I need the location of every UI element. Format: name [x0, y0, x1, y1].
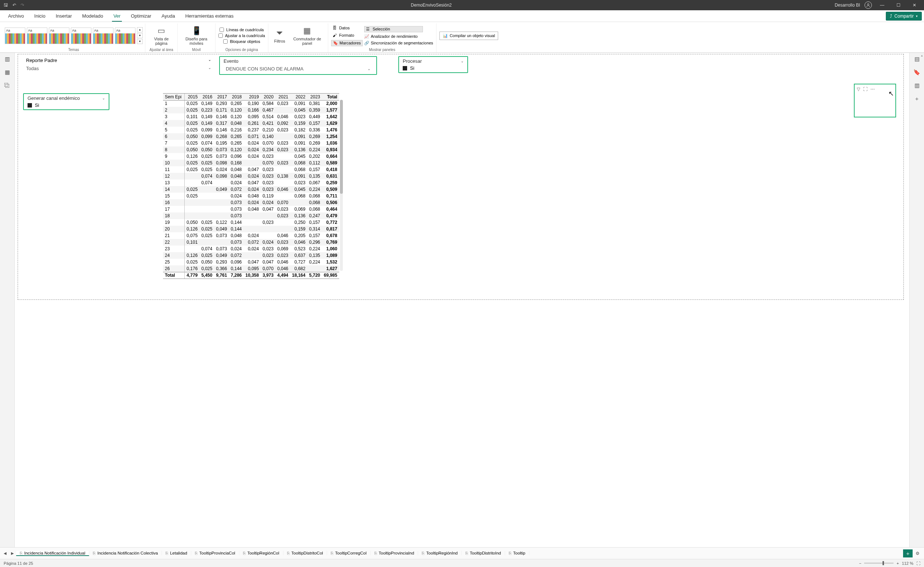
column-header[interactable]: 2015 [184, 94, 200, 100]
slicer-procesar[interactable]: Procesar⌄ Si [398, 56, 468, 73]
table-view-icon[interactable]: ▦ [5, 69, 10, 76]
chevron-down-icon[interactable]: ⌄ [208, 66, 211, 71]
table-row[interactable]: 40,0250,1490,3170,0480,2610,4210,0920,15… [163, 120, 339, 127]
page-tab[interactable]: ⎘TooltipDistritoCol [284, 551, 327, 555]
column-header[interactable]: 2019 [243, 94, 261, 100]
add-page-button[interactable]: ＋ [903, 549, 913, 558]
tab-modelado[interactable]: Modelado [77, 10, 108, 22]
focus-icon[interactable]: ⛶ [863, 87, 867, 92]
compilar-button[interactable]: 📊 Compilar un objeto visual [440, 32, 498, 40]
tab-herramientas[interactable]: Herramientas externas [180, 10, 239, 22]
undo-icon[interactable]: ↶ [12, 3, 16, 8]
table-row[interactable]: 10,0250,1490,2930,2650,1900,5840,0230,09… [163, 100, 339, 107]
add-icon[interactable]: ＋ [914, 95, 920, 102]
filter-icon[interactable]: ▽ [857, 87, 860, 92]
datos-button[interactable]: 🗄Datos [331, 26, 363, 31]
tab-ayuda[interactable]: Ayuda [156, 10, 180, 22]
table-row[interactable]: 150,0250,0240,0480,1190,0680,0680,711 [163, 193, 339, 199]
matrix-visual[interactable]: Sem Epi201520162017201820192020202120222… [163, 93, 339, 279]
table-row[interactable]: 230,0740,0730,0240,0240,0230,0690,5230,2… [163, 246, 339, 252]
chk-lineas[interactable]: Líneas de cuadrícula [219, 27, 264, 32]
slicer-canal[interactable]: Generar canal endémico⌄ Si [23, 93, 110, 110]
vista-pagina-button[interactable]: ▭ Vista de página [148, 26, 174, 45]
theme-swatch[interactable] [5, 27, 26, 44]
page-tab[interactable]: ⎘TooltipProvinciaInd [371, 551, 418, 555]
table-row[interactable]: 80,0500,0500,0730,1200,0240,2340,0230,13… [163, 146, 339, 153]
marcadores-button[interactable]: 🔖Marcadores [331, 40, 363, 46]
table-row[interactable]: 260,1760,0250,3660,1440,0950,0700,0460,6… [163, 266, 339, 272]
close-button[interactable]: ✕ [909, 3, 920, 8]
zoom-in-button[interactable]: + [897, 561, 898, 566]
report-canvas[interactable]: Reporte Padre⌄ Todas⌄ Evento DENGUE CON … [15, 53, 909, 547]
visualizations-pane-icon[interactable]: ▤ [915, 56, 920, 62]
table-row[interactable]: 100,0250,0250,0980,1680,0700,0230,0680,1… [163, 160, 339, 166]
maximize-button[interactable]: ☐ [892, 3, 904, 8]
page-tab[interactable]: ⎘Incidencia Notificación Individual [16, 551, 89, 556]
column-header[interactable]: 2020 [261, 94, 275, 100]
theme-swatch[interactable] [93, 27, 113, 44]
user-avatar-icon[interactable] [864, 2, 872, 9]
seleccion-button[interactable]: ☰Selección [364, 26, 423, 32]
gear-icon[interactable]: ⚙ [913, 551, 922, 556]
theme-swatch[interactable] [71, 27, 92, 44]
table-row[interactable]: 170,0730,0480,0470,0230,0690,0680,464 [163, 206, 339, 213]
selection-pane-icon[interactable]: ▥ [915, 82, 920, 89]
slicer-evento[interactable]: Evento DENGUE CON SIGNO DE ALARMA⌄ [219, 56, 377, 75]
diseno-moviles-button[interactable]: 📱 Diseño para móviles [181, 26, 212, 45]
tabs-next-icon[interactable]: ▶ [9, 551, 16, 555]
save-icon[interactable]: 🖫 [4, 3, 8, 8]
column-header[interactable]: 2021 [275, 94, 290, 100]
theme-up-icon[interactable]: ▴ [137, 27, 143, 32]
table-row[interactable]: 190,0500,0250,1220,1440,0230,2500,1570,7… [163, 219, 339, 226]
table-row[interactable]: 210,0750,0250,0730,0480,0240,0460,2050,1… [163, 232, 339, 239]
slicer-reporte-padre[interactable]: Reporte Padre⌄ Todas⌄ [23, 56, 214, 74]
sync-button[interactable]: 🔗Sincronización de segmentaciones [364, 41, 433, 45]
page-tab[interactable]: ⎘TooltipCorregCol [327, 551, 371, 555]
table-row[interactable]: 110,0250,0250,0240,0480,0470,0230,0680,1… [163, 166, 339, 173]
tab-inicio[interactable]: Inicio [29, 10, 50, 22]
column-header[interactable]: Total [322, 94, 339, 100]
more-icon[interactable]: ⋯ [870, 87, 875, 92]
theme-swatch[interactable] [27, 27, 47, 44]
minimize-button[interactable]: — [876, 3, 888, 8]
table-row[interactable]: 200,1260,0250,0490,1440,1590,3140,817 [163, 226, 339, 232]
column-header[interactable]: 2022 [290, 94, 307, 100]
conmutador-button[interactable]: ▦ Conmutador de panel [290, 26, 325, 45]
column-header[interactable]: Sem Epi [163, 94, 184, 100]
formato-button[interactable]: 🖌Formato [331, 33, 363, 38]
fit-page-icon[interactable]: ⛶ [916, 561, 920, 566]
page-tab[interactable]: ⎘Tooltip [505, 551, 530, 555]
tab-optimizar[interactable]: Optimizar [126, 10, 156, 22]
page-tab[interactable]: ⎘Letalidad [162, 551, 191, 555]
column-header[interactable]: 2023 [307, 94, 322, 100]
theme-down-icon[interactable]: ▾ [137, 33, 143, 38]
column-header[interactable]: 2018 [229, 94, 243, 100]
page-tab[interactable]: ⎘TooltipProvinciaCol [191, 551, 239, 555]
page-tab[interactable]: ⎘TooltipDistritoInd [462, 551, 505, 555]
table-row[interactable]: 120,0740,0980,0480,0240,0230,1380,0910,1… [163, 173, 339, 180]
table-row[interactable]: 220,1010,0730,0720,0240,0230,0460,2960,7… [163, 239, 339, 246]
tab-archivo[interactable]: Archivo [3, 10, 29, 22]
tabs-prev-icon[interactable]: ◀ [2, 551, 9, 555]
filtros-button[interactable]: ⏷ Filtros [271, 28, 288, 43]
share-button[interactable]: ⤴ Compartir ▾ [886, 12, 922, 21]
theme-more-icon[interactable]: ▾ [137, 39, 143, 44]
table-row[interactable]: 90,1260,0250,0730,0960,0240,0230,0450,20… [163, 153, 339, 160]
table-row[interactable]: 50,0250,0990,1460,2160,2370,2100,0230,18… [163, 127, 339, 133]
blank-visual[interactable]: ▽ ⛶ ⋯ ↖ [854, 84, 896, 117]
scrollbar[interactable] [340, 100, 343, 271]
page-tab[interactable]: ⎘Incidencia Notificación Colectiva [89, 551, 162, 555]
theme-swatch[interactable] [49, 27, 69, 44]
table-row[interactable]: 180,0730,0230,1360,2470,479 [163, 213, 339, 219]
column-header[interactable]: 2017 [214, 94, 229, 100]
bookmarks-pane-icon[interactable]: 🔖 [914, 69, 920, 76]
table-row[interactable]: 160,0730,0240,0240,0700,0680,506 [163, 199, 339, 206]
tab-insertar[interactable]: Insertar [51, 10, 77, 22]
chevron-down-icon[interactable]: ⌄ [208, 58, 211, 63]
page-tab[interactable]: ⎘TooltipRegiónInd [418, 551, 462, 555]
table-row[interactable]: 250,0250,0500,2930,0960,0470,0470,0460,7… [163, 259, 339, 266]
theme-swatch[interactable] [115, 27, 135, 44]
chk-ajustar[interactable]: Ajustar a la cuadrícula [218, 33, 265, 38]
tab-ver[interactable]: Ver [108, 10, 126, 22]
zoom-slider[interactable] [864, 562, 894, 564]
